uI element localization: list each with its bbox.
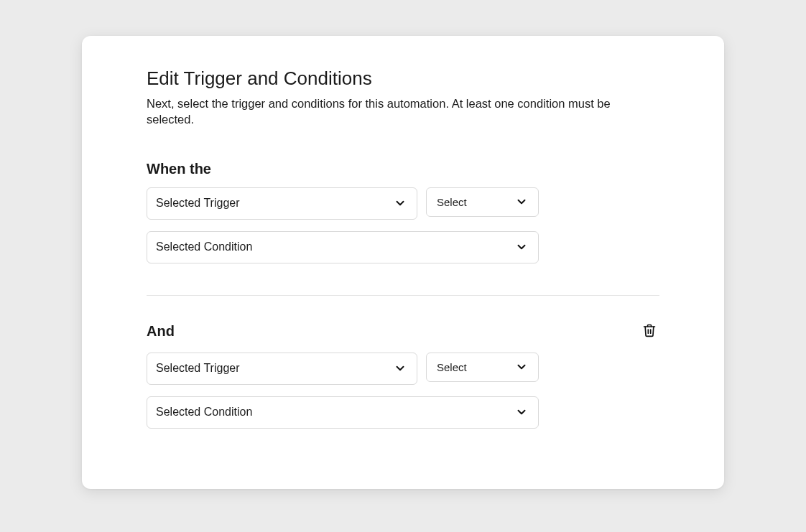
chevron-down-icon [394,197,407,210]
select-dropdown-0[interactable]: Select [426,187,539,217]
condition-row-1: Selected Condition [147,396,659,429]
chevron-down-icon [515,406,528,419]
section-divider [147,295,659,296]
section-header-1: And [147,320,659,342]
trigger-dropdown-label-1: Selected Trigger [156,362,240,375]
trigger-row-1: Selected Trigger Select [147,353,659,385]
select-dropdown-1[interactable]: Select [426,353,539,382]
trash-icon [642,323,657,340]
condition-dropdown-0[interactable]: Selected Condition [147,231,539,263]
chevron-down-icon [515,195,528,208]
delete-section-button[interactable] [639,320,659,342]
trigger-dropdown-0[interactable]: Selected Trigger [147,187,417,220]
card-title: Edit Trigger and Conditions [147,67,659,90]
trigger-row-0: Selected Trigger Select [147,187,659,220]
chevron-down-icon [515,241,528,253]
section-heading-0: When the [147,161,211,177]
card-subtitle: Next, select the trigger and conditions … [147,95,649,128]
section-header-0: When the [147,161,659,177]
trigger-dropdown-1[interactable]: Selected Trigger [147,353,417,385]
select-dropdown-label-1: Select [437,361,467,373]
condition-dropdown-1[interactable]: Selected Condition [147,396,539,429]
chevron-down-icon [394,362,407,375]
section-heading-1: And [147,323,175,340]
chevron-down-icon [515,360,528,373]
trigger-section-1: And Selected Trigger [147,316,659,460]
condition-dropdown-label-1: Selected Condition [156,406,252,419]
trigger-section-0: When the Selected Trigger Select Selecte… [147,157,659,295]
trigger-dropdown-label-0: Selected Trigger [156,197,240,210]
condition-row-0: Selected Condition [147,231,659,263]
edit-trigger-card: Edit Trigger and Conditions Next, select… [82,36,724,489]
select-dropdown-label-0: Select [437,196,467,208]
condition-dropdown-label-0: Selected Condition [156,241,252,253]
